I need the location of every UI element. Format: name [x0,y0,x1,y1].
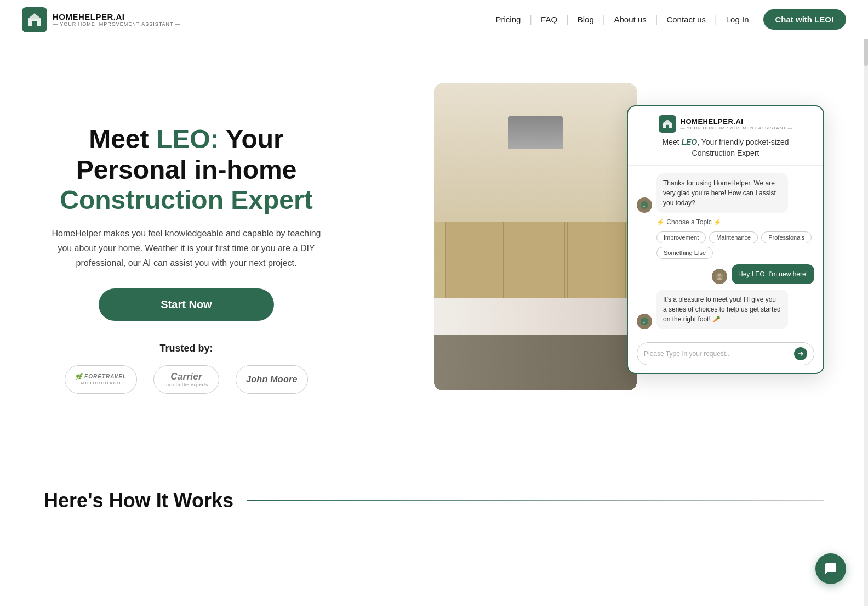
how-divider [247,500,824,501]
logo[interactable]: HOMEHELPER.AI — YOUR HOME IMPROVEMENT AS… [22,7,181,32]
start-now-button[interactable]: Start Now [99,288,274,321]
hero-title-prefix: Meet [89,124,156,154]
svg-rect-2 [32,21,37,26]
nav-faq[interactable]: FAQ [535,12,563,27]
chat-send-button[interactable] [794,347,807,360]
chip-improvement[interactable]: Improvement [656,231,706,243]
trusted-logos: 🌿 FORETRAVEL MOTORCOACH Carrier turn to … [44,365,329,394]
svg-marker-1 [28,13,41,19]
nav-pricing[interactable]: Pricing [490,12,527,27]
hero-leo: LEO: [156,124,219,154]
how-it-works-section: Here's How It Works [0,467,868,534]
chat-intro: Meet LEO, Your friendly pocket-sizedCons… [662,137,789,158]
navbar: HOMEHELPER.AI — YOUR HOME IMPROVEMENT AS… [0,0,868,39]
chat-message-2: Hey LEO, I'm new here! [637,264,814,284]
trusted-label: Trusted by: [44,343,329,354]
how-it-works-title: Here's How It Works [44,489,233,512]
logo-icon [22,7,47,32]
carrier-logo: Carrier turn to the experts [153,365,219,394]
logo-text: HOMEHELPER.AI — YOUR HOME IMPROVEMENT AS… [53,12,181,27]
user-bubble-1: Hey LEO, I'm new here! [732,264,814,284]
chip-professionals[interactable]: Professionals [761,231,812,243]
hero-construction: Construction Expert [60,185,312,214]
scrollbar[interactable] [864,0,868,534]
hero-content: Meet LEO: Your Personal in-home Construc… [44,124,329,393]
chat-brand-sub: — YOUR HOME IMPROVEMENT ASSISTANT — [681,126,793,131]
chat-input[interactable]: Please Type-in your request... [644,350,794,358]
kitchen-image [434,83,637,390]
chat-header: HOMEHELPER.AI — YOUR HOME IMPROVEMENT AS… [628,106,823,166]
svg-rect-5 [666,125,669,128]
brand-name: HOMEHELPER.AI [53,12,181,21]
foretravel-logo: 🌿 FORETRAVEL MOTORCOACH [65,365,137,394]
how-title-row: Here's How It Works [44,489,824,512]
chat-brand-name: HOMEHELPER.AI [681,117,793,126]
bot-avatar-1: L [637,197,652,213]
chat-input-row[interactable]: Please Type-in your request... [637,342,814,365]
nav-contact[interactable]: Contact us [661,12,711,27]
svg-marker-4 [663,120,672,123]
chip-row[interactable]: Improvement Maintenance Professionals So… [637,231,814,259]
chip-something-else[interactable]: Something Else [656,247,713,259]
hero-visual: HOMEHELPER.AI — YOUR HOME IMPROVEMENT AS… [434,72,824,445]
chat-body: L Thanks for using HomeHelper. We are ve… [628,166,823,337]
nav-blog[interactable]: Blog [572,12,599,27]
svg-text:L: L [643,203,646,208]
chat-with-leo-button[interactable]: Chat with LEO! [763,9,847,30]
topic-label: ⚡ Choose a Topic ⚡ [656,218,722,226]
bot-bubble-1: Thanks for using HomeHelper. We are very… [656,173,788,213]
bot-bubble-2: It's a pleasure to meet you! I'll give y… [656,290,788,329]
chat-logo: HOMEHELPER.AI — YOUR HOME IMPROVEMENT AS… [659,115,793,133]
nav-login[interactable]: Log In [721,12,755,27]
svg-text:L: L [643,319,646,324]
brand-tagline: — YOUR HOME IMPROVEMENT ASSISTANT — [53,21,181,27]
hero-section: Meet LEO: Your Personal in-home Construc… [0,39,868,467]
topic-row: ⚡ Choose a Topic ⚡ [637,218,814,226]
svg-point-9 [718,274,721,277]
chat-message-3: L It's a pleasure to meet you! I'll give… [637,290,814,329]
chat-message-1: L Thanks for using HomeHelper. We are ve… [637,173,814,213]
chat-card: HOMEHELPER.AI — YOUR HOME IMPROVEMENT AS… [627,105,824,374]
hero-description: HomeHelper makes you feel knowledgeable … [44,226,329,271]
hero-title: Meet LEO: Your Personal in-home Construc… [44,124,329,215]
nav-links: Pricing | FAQ | Blog | About us | Contac… [490,9,847,30]
chip-maintenance[interactable]: Maintenance [709,231,758,243]
nav-about[interactable]: About us [608,12,652,27]
chat-logo-icon [659,115,676,133]
bot-avatar-2: L [637,314,652,329]
john-moore-logo: John Moore [236,365,308,394]
user-avatar [712,269,727,284]
